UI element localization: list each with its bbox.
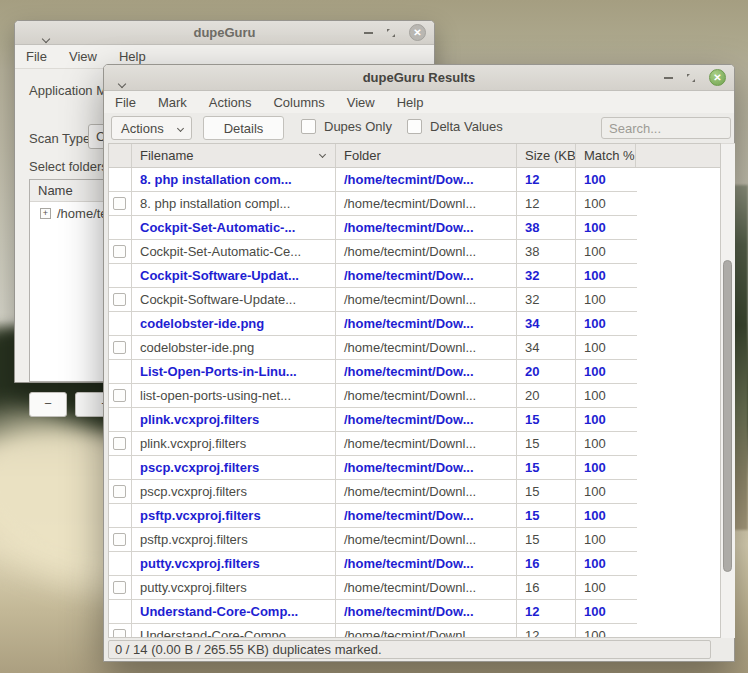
filename-cell: Understand-Core-Comp... bbox=[132, 600, 336, 623]
table-row[interactable]: Cockpit-Software-Update... /home/tecmint… bbox=[109, 288, 637, 312]
folder-cell: /home/tecmint/Downl... bbox=[336, 528, 517, 551]
table-row[interactable]: Cockpit-Set-Automatic-Ce... /home/tecmin… bbox=[109, 240, 637, 264]
table-row[interactable]: pscp.vcxproj.filters /home/tecmint/Dow..… bbox=[109, 456, 637, 480]
table-row[interactable]: putty.vcxproj.filters /home/tecmint/Dow.… bbox=[109, 552, 637, 576]
match-cell: 100 bbox=[576, 240, 636, 263]
mark-cell bbox=[109, 168, 132, 191]
table-row[interactable]: 8. php installation com... /home/tecmint… bbox=[109, 168, 637, 192]
folder-cell: /home/tecmint/Dow... bbox=[336, 408, 517, 431]
results-titlebar[interactable]: dupeGuru Results ✕ bbox=[104, 65, 734, 91]
menu-help[interactable]: Help bbox=[108, 49, 157, 64]
table-row[interactable]: Cockpit-Software-Updat... /home/tecmint/… bbox=[109, 264, 637, 288]
menu-columns[interactable]: Columns bbox=[262, 95, 335, 110]
vertical-scrollbar[interactable] bbox=[721, 143, 735, 638]
table-row[interactable]: Understand-Core-Compo... /home/tecmint/D… bbox=[109, 624, 637, 638]
table-row[interactable]: plink.vcxproj.filters /home/tecmint/Down… bbox=[109, 432, 637, 456]
menu-actions[interactable]: Actions bbox=[198, 95, 263, 110]
folder-cell: /home/tecmint/Dow... bbox=[336, 168, 517, 191]
delta-values-checkbox[interactable] bbox=[407, 119, 422, 134]
mark-cell bbox=[109, 432, 132, 455]
header-filename-label: Filename bbox=[140, 148, 193, 163]
close-icon[interactable]: ✕ bbox=[409, 24, 426, 41]
mark-cell bbox=[109, 264, 132, 287]
mark-cell bbox=[109, 624, 132, 638]
mark-checkbox[interactable] bbox=[113, 629, 126, 638]
menu-help[interactable]: Help bbox=[386, 95, 435, 110]
filename-cell: plink.vcxproj.filters bbox=[132, 432, 336, 455]
mark-cell bbox=[109, 504, 132, 527]
table-row[interactable]: List-Open-Ports-in-Linu... /home/tecmint… bbox=[109, 360, 637, 384]
table-row[interactable]: Cockpit-Set-Automatic-... /home/tecmint/… bbox=[109, 216, 637, 240]
status-text: 0 / 14 (0.00 B / 265.55 KB) duplicates m… bbox=[108, 640, 711, 659]
table-row[interactable]: Understand-Core-Comp... /home/tecmint/Do… bbox=[109, 600, 637, 624]
folder-cell: /home/tecmint/Dow... bbox=[336, 504, 517, 527]
menu-view[interactable]: View bbox=[336, 95, 386, 110]
table-row[interactable]: 8. php installation compl... /home/tecmi… bbox=[109, 192, 637, 216]
close-icon[interactable]: ✕ bbox=[709, 69, 726, 86]
filename-cell: psftp.vcxproj.filters bbox=[132, 528, 336, 551]
table-row[interactable]: list-open-ports-using-net... /home/tecmi… bbox=[109, 384, 637, 408]
minimize-icon[interactable] bbox=[364, 32, 373, 34]
mark-checkbox[interactable] bbox=[113, 389, 126, 402]
filename-cell: pscp.vcxproj.filters bbox=[132, 480, 336, 503]
menu-file[interactable]: File bbox=[104, 95, 147, 110]
table-row[interactable]: codelobster-ide.png /home/tecmint/Dow...… bbox=[109, 312, 637, 336]
minimize-icon[interactable] bbox=[664, 77, 673, 79]
match-cell: 100 bbox=[576, 528, 636, 551]
table-row[interactable]: codelobster-ide.png /home/tecmint/Downl.… bbox=[109, 336, 637, 360]
mark-checkbox[interactable] bbox=[113, 485, 126, 498]
chevron-down-icon bbox=[177, 124, 184, 131]
header-filename[interactable]: Filename bbox=[132, 144, 336, 167]
mark-cell bbox=[109, 600, 132, 623]
folder-cell: /home/tecmint/Downl... bbox=[336, 336, 517, 359]
menu-file[interactable]: File bbox=[15, 49, 58, 64]
filename-cell: Cockpit-Software-Updat... bbox=[132, 264, 336, 287]
folder-cell: /home/tecmint/Downl... bbox=[336, 624, 517, 638]
header-mark-column[interactable] bbox=[109, 144, 132, 167]
size-cell: 12 bbox=[517, 600, 576, 623]
details-button[interactable]: Details bbox=[203, 116, 284, 140]
filename-cell: plink.vcxproj.filters bbox=[132, 408, 336, 431]
mark-cell bbox=[109, 480, 132, 503]
menu-mark[interactable]: Mark bbox=[147, 95, 198, 110]
desktop: dupeGuru ✕ File View Help Application M … bbox=[0, 0, 748, 673]
mark-checkbox[interactable] bbox=[113, 245, 126, 258]
table-row[interactable]: pscp.vcxproj.filters /home/tecmint/Downl… bbox=[109, 480, 637, 504]
match-cell: 100 bbox=[576, 264, 636, 287]
header-match[interactable]: Match % bbox=[576, 144, 636, 167]
mark-cell bbox=[109, 288, 132, 311]
results-window: dupeGuru Results ✕ File Mark Actions Col… bbox=[103, 64, 735, 662]
mark-checkbox[interactable] bbox=[113, 197, 126, 210]
mark-checkbox[interactable] bbox=[113, 341, 126, 354]
filename-cell: putty.vcxproj.filters bbox=[132, 552, 336, 575]
table-row[interactable]: putty.vcxproj.filters /home/tecmint/Down… bbox=[109, 576, 637, 600]
maximize-icon[interactable] bbox=[686, 73, 696, 83]
remove-folder-button[interactable]: − bbox=[29, 392, 67, 417]
mark-checkbox[interactable] bbox=[113, 437, 126, 450]
table-row[interactable]: psftp.vcxproj.filters /home/tecmint/Dow.… bbox=[109, 504, 637, 528]
mark-checkbox[interactable] bbox=[113, 533, 126, 546]
size-cell: 15 bbox=[517, 432, 576, 455]
scan-type-label: Scan Type: bbox=[29, 131, 94, 146]
table-row[interactable]: psftp.vcxproj.filters /home/tecmint/Down… bbox=[109, 528, 637, 552]
maximize-icon[interactable] bbox=[386, 28, 396, 38]
table-row[interactable]: plink.vcxproj.filters /home/tecmint/Dow.… bbox=[109, 408, 637, 432]
mark-checkbox[interactable] bbox=[113, 581, 126, 594]
filename-cell: pscp.vcxproj.filters bbox=[132, 456, 336, 479]
size-cell: 38 bbox=[517, 216, 576, 239]
header-folder[interactable]: Folder bbox=[336, 144, 517, 167]
results-window-title: dupeGuru Results bbox=[104, 70, 734, 85]
expander-icon[interactable]: + bbox=[40, 208, 51, 219]
filename-cell: list-open-ports-using-net... bbox=[132, 384, 336, 407]
scrollbar-thumb[interactable] bbox=[723, 260, 732, 572]
mark-checkbox[interactable] bbox=[113, 293, 126, 306]
dupeguru-titlebar[interactable]: dupeGuru ✕ bbox=[15, 21, 434, 45]
actions-dropdown[interactable]: Actions bbox=[111, 116, 192, 140]
match-cell: 100 bbox=[576, 408, 636, 431]
mark-cell bbox=[109, 528, 132, 551]
search-input[interactable] bbox=[601, 117, 731, 139]
menu-view[interactable]: View bbox=[58, 49, 108, 64]
filename-cell: psftp.vcxproj.filters bbox=[132, 504, 336, 527]
header-size[interactable]: Size (KB) bbox=[517, 144, 576, 167]
dupes-only-checkbox[interactable] bbox=[301, 119, 316, 134]
